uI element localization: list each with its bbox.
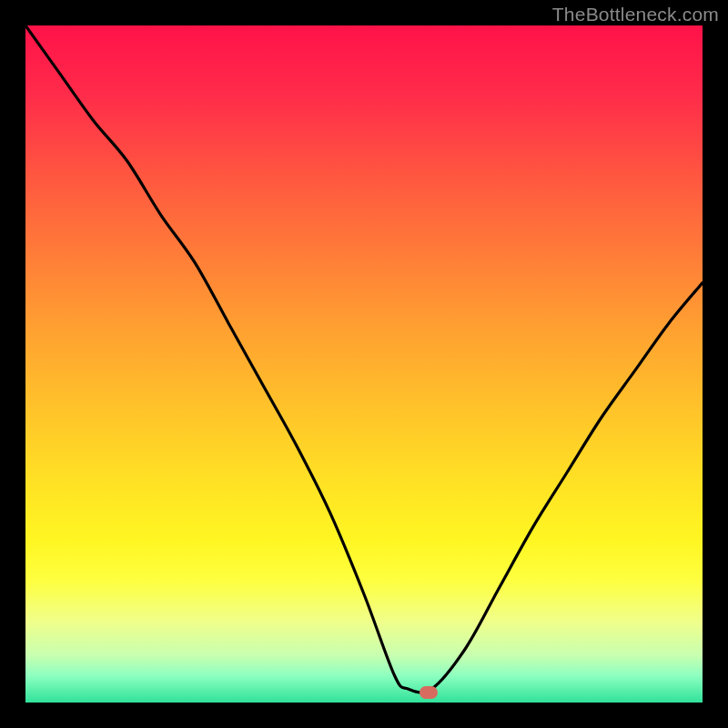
chart-frame: TheBottleneck.com bbox=[0, 0, 728, 728]
optimal-point-marker bbox=[420, 686, 438, 699]
watermark-text: TheBottleneck.com bbox=[552, 4, 719, 25]
bottleneck-curve bbox=[25, 25, 703, 703]
plot-area bbox=[25, 25, 703, 703]
